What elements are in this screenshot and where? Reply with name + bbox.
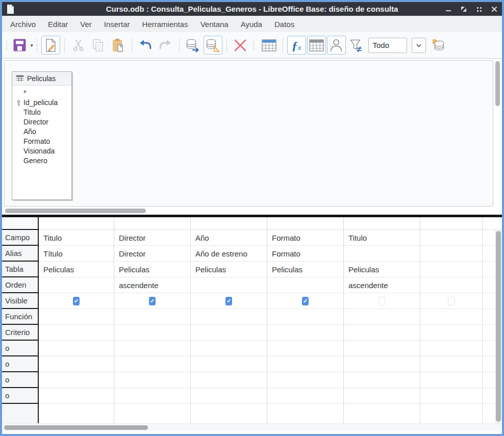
cell-funcion-4[interactable] bbox=[344, 309, 420, 325]
field-item-ano[interactable]: Año bbox=[12, 127, 71, 137]
cell-visible-0[interactable] bbox=[39, 293, 114, 309]
scrollbar-thumb[interactable] bbox=[495, 61, 500, 106]
cell-o2-2[interactable] bbox=[191, 356, 267, 372]
cell-tabla-5[interactable] bbox=[420, 262, 482, 277]
visible-checkbox-3[interactable] bbox=[302, 297, 309, 305]
cell-criterio-0[interactable] bbox=[39, 325, 114, 341]
scrollbar-thumb[interactable] bbox=[496, 231, 501, 422]
cell-o2-4[interactable] bbox=[344, 356, 420, 372]
column-header-0[interactable] bbox=[39, 217, 114, 230]
cell-alias-3[interactable]: Formato bbox=[267, 246, 343, 262]
canvas-vertical-scrollbar[interactable] bbox=[494, 60, 501, 207]
cell-tabla-1[interactable]: Peliculas bbox=[114, 262, 190, 277]
menu-item-ayuda[interactable]: Ayuda bbox=[235, 18, 268, 31]
cell-o4-3[interactable] bbox=[267, 388, 343, 404]
undo-button[interactable] bbox=[136, 36, 155, 55]
cell-alias-1[interactable]: Director bbox=[114, 246, 190, 262]
cell-o4-5[interactable] bbox=[420, 388, 482, 404]
cell-o3-4[interactable] bbox=[344, 372, 420, 388]
field-item-id-pelicula[interactable]: Id_pelicula bbox=[12, 98, 71, 108]
cell-o1-2[interactable] bbox=[191, 341, 267, 356]
cell-criterio-2[interactable] bbox=[191, 325, 267, 341]
cell-o3-0[interactable] bbox=[39, 372, 114, 388]
cell-visible-1[interactable] bbox=[114, 293, 190, 309]
save-button[interactable] bbox=[10, 36, 29, 55]
restore-button[interactable] bbox=[459, 5, 468, 14]
toolbar-drag-handle[interactable] bbox=[251, 38, 256, 53]
cell-o1-4[interactable] bbox=[344, 341, 420, 356]
limit-dropdown-button[interactable] bbox=[412, 38, 426, 53]
field-item-director[interactable]: Director bbox=[12, 117, 71, 127]
cell-funcion-5[interactable] bbox=[420, 309, 482, 325]
cell-alias-2[interactable]: Año de estreno bbox=[191, 246, 267, 262]
visible-checkbox-5[interactable] bbox=[448, 297, 455, 305]
cell-funcion-2[interactable] bbox=[191, 309, 267, 325]
save-dropdown-caret[interactable]: ▾ bbox=[31, 43, 33, 48]
table-box-peliculas[interactable]: Peliculas *Id_peliculaTituloDirectorAñoF… bbox=[12, 71, 72, 200]
cell-o4-2[interactable] bbox=[191, 388, 267, 404]
cell-o3-1[interactable] bbox=[114, 372, 190, 388]
limit-combobox[interactable]: Todo bbox=[368, 38, 407, 53]
menu-item-archivo[interactable]: Archivo bbox=[4, 18, 42, 31]
table-box-header[interactable]: Peliculas bbox=[12, 72, 71, 86]
cell-orden-0[interactable] bbox=[39, 277, 114, 293]
cell-o4-1[interactable] bbox=[114, 388, 190, 404]
menu-item-ventana[interactable]: Ventana bbox=[194, 18, 235, 31]
cell-o1-5[interactable] bbox=[420, 341, 482, 356]
menu-item-ver[interactable]: Ver bbox=[74, 18, 98, 31]
cell-campo-2[interactable]: Año bbox=[191, 230, 267, 246]
cell-campo-1[interactable]: Director bbox=[114, 230, 190, 246]
cell-criterio-1[interactable] bbox=[114, 325, 190, 341]
menu-item-insertar[interactable]: Insertar bbox=[98, 18, 136, 31]
cell-funcion-3[interactable] bbox=[267, 309, 343, 325]
design-view-toggle-button[interactable] bbox=[204, 36, 222, 55]
edit-button[interactable] bbox=[41, 36, 60, 55]
clear-query-button[interactable] bbox=[231, 36, 250, 55]
cell-campo-3[interactable]: Formato bbox=[267, 230, 343, 246]
cell-visible-3[interactable] bbox=[267, 293, 343, 309]
column-header-5[interactable] bbox=[420, 217, 482, 230]
cell-alias-0[interactable]: Título bbox=[39, 246, 114, 262]
cell-funcion-0[interactable] bbox=[39, 309, 114, 325]
cell-o2-1[interactable] bbox=[114, 356, 190, 372]
cell-orden-1[interactable]: ascendente bbox=[114, 277, 190, 293]
column-header-2[interactable] bbox=[191, 217, 267, 230]
field-item-titulo[interactable]: Titulo bbox=[12, 108, 71, 117]
menu-item-editar[interactable]: Editar bbox=[42, 18, 74, 31]
visible-checkbox-1[interactable] bbox=[149, 297, 156, 305]
cell-campo-0[interactable]: Titulo bbox=[39, 230, 114, 246]
scrollbar-thumb[interactable] bbox=[5, 209, 146, 213]
run-sql-directly-button[interactable] bbox=[430, 36, 448, 55]
run-query-button[interactable] bbox=[184, 36, 203, 55]
add-table-button[interactable] bbox=[260, 36, 279, 55]
canvas-horizontal-scrollbar[interactable] bbox=[4, 208, 493, 214]
cell-o2-0[interactable] bbox=[39, 356, 114, 372]
cell-criterio-5[interactable] bbox=[420, 325, 482, 341]
field-item-*[interactable]: * bbox=[12, 88, 71, 98]
cell-o3-5[interactable] bbox=[420, 372, 482, 388]
cell-tabla-3[interactable]: Peliculas bbox=[267, 262, 343, 277]
field-item-formato[interactable]: Formato bbox=[12, 137, 71, 146]
alias-button[interactable] bbox=[327, 36, 346, 55]
cell-tabla-0[interactable]: Peliculas bbox=[39, 262, 114, 277]
minimize-button[interactable] bbox=[444, 5, 453, 14]
toolbar-drag-handle[interactable] bbox=[5, 38, 9, 53]
cell-orden-2[interactable] bbox=[191, 277, 267, 293]
cell-o1-0[interactable] bbox=[39, 341, 114, 356]
menu-item-datos[interactable]: Datos bbox=[268, 18, 300, 31]
column-header-6[interactable] bbox=[483, 217, 502, 230]
menu-item-herramientas[interactable]: Herramientas bbox=[136, 18, 194, 31]
visible-checkbox-0[interactable] bbox=[73, 297, 80, 305]
titlebar[interactable]: Curso.odb : Consulta_Peliculas_Generos -… bbox=[2, 2, 502, 16]
table-canvas[interactable]: Peliculas *Id_peliculaTituloDirectorAñoF… bbox=[4, 60, 493, 207]
cell-o3-3[interactable] bbox=[267, 372, 343, 388]
cell-criterio-4[interactable] bbox=[344, 325, 420, 341]
column-header-1[interactable] bbox=[114, 217, 190, 230]
cell-visible-2[interactable] bbox=[191, 293, 267, 309]
column-header-4[interactable] bbox=[344, 217, 420, 230]
distinct-values-button[interactable] bbox=[347, 36, 366, 55]
cell-o4-0[interactable] bbox=[39, 388, 114, 404]
cell-o1-1[interactable] bbox=[114, 341, 190, 356]
grid-horizontal-scrollbar[interactable] bbox=[2, 423, 502, 431]
grid-vertical-scrollbar[interactable] bbox=[495, 230, 502, 423]
